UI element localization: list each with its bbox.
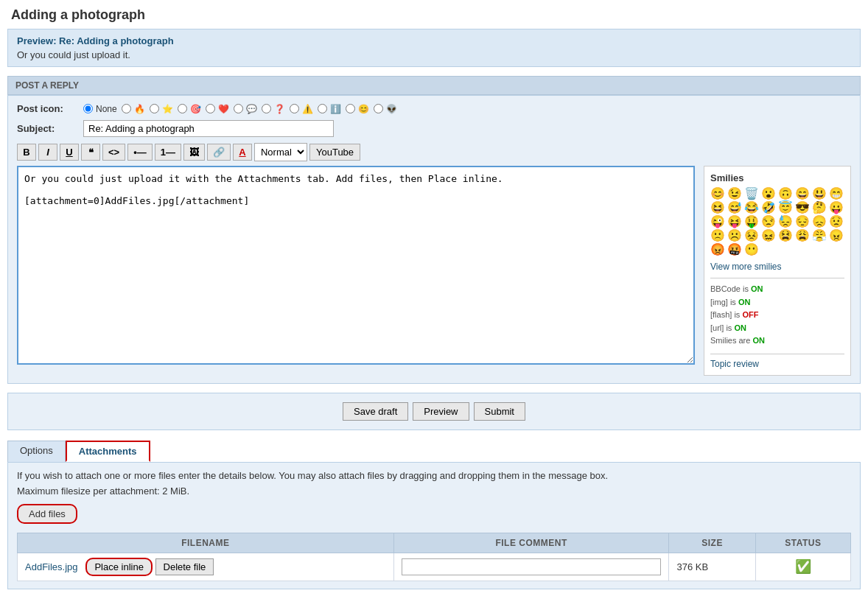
icon-smile-radio[interactable] [346, 104, 355, 113]
bold-button[interactable]: B [17, 144, 36, 161]
icon-chat-radio[interactable] [234, 104, 243, 113]
icon-flame-radio[interactable] [122, 104, 131, 113]
icon-star[interactable]: ⭐ [150, 104, 173, 114]
icon-info-emoji: ℹ️ [330, 104, 341, 114]
icon-chat[interactable]: 💬 [234, 104, 257, 114]
icon-flame-emoji: 🔥 [134, 104, 145, 114]
smiley[interactable]: 🙃 [778, 188, 793, 200]
smiley[interactable]: 😖 [761, 230, 776, 242]
quote-button[interactable]: ❝ [81, 144, 100, 161]
col-file-comment: FILE COMMENT [393, 533, 669, 553]
view-more-smilies-link[interactable]: View more smilies [710, 262, 844, 272]
smiley[interactable]: 😝 [727, 216, 742, 228]
underline-button[interactable]: U [60, 144, 79, 161]
smiley[interactable]: 😔 [795, 216, 810, 228]
attachments-area: If you wish to attach one or more files … [7, 462, 861, 589]
icon-flame[interactable]: 🔥 [122, 104, 145, 114]
youtube-button[interactable]: YouTube [309, 144, 360, 161]
icon-none[interactable]: None [83, 104, 117, 114]
tab-attachments[interactable]: Attachments [66, 441, 150, 462]
icon-alien[interactable]: 👽 [374, 104, 397, 114]
smiley[interactable]: 😄 [795, 188, 810, 200]
smiley[interactable]: 😊 [710, 188, 725, 200]
image-button[interactable]: 🖼 [183, 144, 205, 161]
icon-info-radio[interactable] [318, 104, 327, 113]
smilies-grid: 😊 😉 🗑️ 😮 🙃 😄 😃 😁 😆 😅 😂 🤣 😇 😎 🤔 😛 😜 😝 � [710, 188, 844, 256]
icon-smile[interactable]: 😊 [346, 104, 369, 114]
smiley[interactable]: 😉 [727, 188, 742, 200]
flash-off: OFF [742, 310, 758, 319]
icon-target-emoji: 🎯 [190, 104, 201, 114]
icon-smile-emoji: 😊 [358, 104, 369, 114]
smiley[interactable]: 😎 [795, 202, 810, 214]
save-draft-button[interactable]: Save draft [343, 402, 408, 421]
icon-alien-radio[interactable] [374, 104, 383, 113]
smiley[interactable]: 😤 [812, 230, 827, 242]
color-button[interactable]: A [233, 144, 252, 161]
smiley[interactable]: 😶 [744, 244, 759, 256]
add-files-button[interactable]: Add files [17, 504, 77, 524]
size-select[interactable]: Normal Tiny Small Large Huge [254, 143, 307, 161]
icon-star-radio[interactable] [150, 104, 159, 113]
page-title: Adding a photograph [0, 0, 868, 29]
smiley[interactable]: 🙁 [710, 230, 725, 242]
topic-review-link[interactable]: Topic review [710, 354, 844, 369]
smiley[interactable]: 😩 [795, 230, 810, 242]
smiley[interactable]: 🤣 [761, 202, 776, 214]
icon-target-radio[interactable] [178, 104, 187, 113]
flash-status: [flash] is OFF [710, 309, 844, 322]
italic-button[interactable]: I [38, 144, 57, 161]
smiley[interactable]: 😅 [727, 202, 742, 214]
preview-button[interactable]: Preview [413, 402, 469, 421]
submit-button[interactable]: Submit [474, 402, 525, 421]
list-ol-button[interactable]: 1— [155, 144, 181, 161]
smiley[interactable]: 😁 [829, 188, 844, 200]
col-size: SIZE [669, 533, 755, 553]
smilies-title: Smilies [710, 172, 844, 183]
delete-file-button[interactable]: Delete file [155, 558, 214, 575]
file-comment-input[interactable] [402, 558, 662, 575]
smiley[interactable]: 😒 [761, 216, 776, 228]
smiley[interactable]: 🤔 [812, 202, 827, 214]
bbcode-status: BBCode is ON [710, 283, 844, 296]
icon-heart[interactable]: ❤️ [206, 104, 229, 114]
icon-heart-radio[interactable] [206, 104, 215, 113]
filename-link[interactable]: AddFiles.jpg [25, 561, 78, 572]
img-status: [img] is ON [710, 296, 844, 309]
smiley[interactable]: 😛 [829, 202, 844, 214]
smiley[interactable]: 😇 [778, 202, 793, 214]
smiley[interactable]: 😞 [812, 216, 827, 228]
icon-target[interactable]: 🎯 [178, 104, 201, 114]
smiley[interactable]: 😣 [744, 230, 759, 242]
smiley[interactable]: 😫 [778, 230, 793, 242]
smiley[interactable]: 🤑 [744, 216, 759, 228]
tab-options[interactable]: Options [7, 441, 66, 462]
smiley[interactable]: 😆 [710, 202, 725, 214]
list-ul-button[interactable]: •— [127, 144, 153, 161]
icon-info[interactable]: ℹ️ [318, 104, 341, 114]
smiley[interactable]: 🗑️ [744, 188, 759, 200]
smiley[interactable]: ☹️ [727, 230, 742, 242]
icon-question[interactable]: ❓ [262, 104, 285, 114]
icon-warning-radio[interactable] [290, 104, 299, 113]
smiley[interactable]: 😜 [710, 216, 725, 228]
smiley[interactable]: 😟 [829, 216, 844, 228]
col-filename: FILENAME [18, 533, 394, 553]
smiley[interactable]: 😮 [761, 188, 776, 200]
smiley[interactable]: 🤬 [727, 244, 742, 256]
message-textarea[interactable]: Or you could just upload it with the Att… [17, 166, 695, 365]
link-button[interactable]: 🔗 [207, 144, 231, 161]
code-button[interactable]: <> [102, 144, 125, 161]
place-inline-button[interactable]: Place inline [85, 558, 153, 576]
smiley[interactable]: 😂 [744, 202, 759, 214]
smiley[interactable]: 😠 [829, 230, 844, 242]
img-on: ON [738, 298, 751, 306]
icon-warning[interactable]: ⚠️ [290, 104, 313, 114]
url-on: ON [734, 323, 746, 332]
icon-none-radio[interactable] [83, 104, 93, 113]
smiley[interactable]: 😡 [710, 244, 725, 256]
subject-input[interactable] [83, 120, 334, 137]
smiley[interactable]: 😓 [778, 216, 793, 228]
smiley[interactable]: 😃 [812, 188, 827, 200]
icon-question-radio[interactable] [262, 104, 271, 113]
